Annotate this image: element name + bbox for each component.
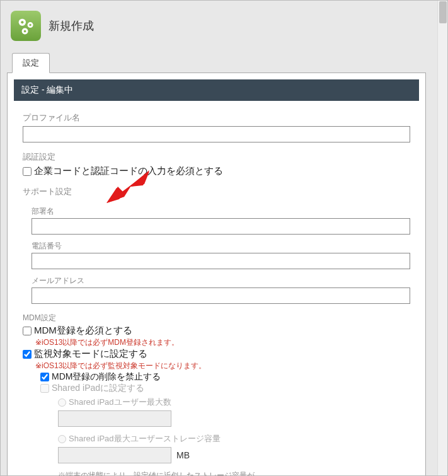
email-label: メールアドレス	[32, 276, 410, 286]
shared-ipad-label: Shared iPadに設定する	[52, 383, 144, 394]
svg-point-3	[29, 24, 31, 26]
vertical-scrollbar[interactable]	[437, 1, 447, 475]
supervised-mode-label: 監視対象モードに設定する	[34, 348, 147, 360]
profile-name-input[interactable]	[23, 126, 410, 142]
mdm-required-label: MDM登録を必須とする	[34, 325, 132, 337]
mdm-required-checkbox[interactable]	[23, 327, 32, 335]
mdm-delete-forbid-checkbox[interactable]	[40, 373, 49, 381]
shared-ipad-storage-label: Shared iPad最大ユーザーストレージ容量	[69, 433, 221, 444]
support-section-label: サポート設定	[23, 186, 410, 197]
dept-input[interactable]	[32, 218, 410, 235]
gear-icon	[11, 11, 41, 41]
shared-ipad-storage-radio[interactable]	[58, 435, 66, 443]
supervised-mode-checkbox[interactable]	[23, 350, 32, 359]
profile-name-label: プロファイル名	[23, 112, 410, 124]
shared-ipad-storage-input[interactable]	[58, 447, 171, 463]
svg-point-5	[24, 30, 26, 33]
phone-input[interactable]	[32, 253, 410, 269]
email-input[interactable]	[32, 287, 410, 304]
mdm-required-hint: ※iOS13以降では必ずMDM登録されます。	[23, 337, 410, 348]
page-header: 新規作成	[7, 7, 426, 52]
panel-heading: 設定 - 編集中	[14, 79, 419, 101]
storage-hint-line1: ※端末の状態により、設定値に近似したストレージ容量が	[58, 470, 410, 476]
scrollbar-thumb[interactable]	[439, 1, 447, 23]
auth-required-label: 企業コードと認証コードの入力を必須とする	[34, 165, 223, 177]
mdm-section-label: MDM設定	[23, 313, 410, 323]
storage-unit-label: MB	[176, 450, 190, 460]
shared-ipad-maxusers-label: Shared iPadユーザー最大数	[69, 397, 171, 408]
auth-required-checkbox[interactable]	[23, 167, 32, 176]
shared-ipad-maxusers-input[interactable]	[58, 410, 171, 427]
dept-label: 部署名	[32, 206, 410, 217]
auth-section-label: 認証設定	[23, 151, 410, 163]
phone-label: 電話番号	[32, 241, 410, 252]
shared-ipad-maxusers-radio[interactable]	[58, 398, 66, 407]
settings-panel: 設定 - 編集中 プロファイル名 認証設定 企業コードと認証コードの入力を必須と…	[7, 73, 426, 476]
svg-point-1	[21, 21, 23, 23]
tab-settings[interactable]: 設定	[12, 53, 50, 73]
supervised-hint: ※iOS13以降では必ず監視対象モードになります。	[23, 360, 410, 371]
mdm-delete-forbid-label: MDM登録の削除を禁止する	[52, 371, 161, 383]
shared-ipad-checkbox[interactable]	[40, 384, 49, 393]
page-title: 新規作成	[49, 18, 94, 33]
